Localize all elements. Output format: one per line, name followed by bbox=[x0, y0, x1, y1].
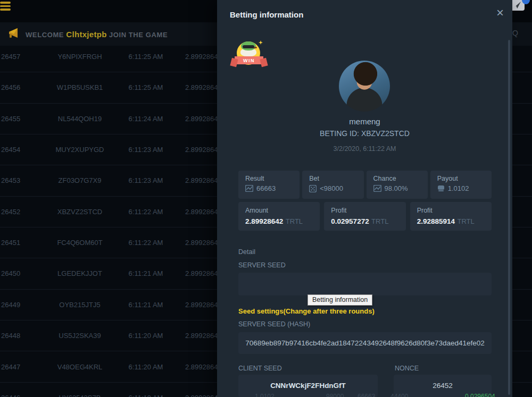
stat-label: Result bbox=[245, 175, 300, 182]
betting-information-modal: Betting information × WIN memeng BETING … bbox=[217, 0, 512, 397]
stat-label: Chance bbox=[373, 175, 428, 182]
username-cell: XBZVZ2STCD bbox=[45, 197, 114, 227]
amounts-row: Amount 2.89928642 TRTL Profit 0.02957272… bbox=[238, 202, 492, 231]
bet-id-cell: 26448 bbox=[1, 320, 20, 351]
amount-cell: 2.8992864 bbox=[185, 383, 218, 397]
stat-value: 1.0102 bbox=[448, 184, 469, 192]
username-cell: LGEDEKJJOT bbox=[45, 258, 114, 289]
amount-cell: 2.8992864 bbox=[185, 197, 218, 227]
amount-cell: 2.8992864 bbox=[185, 352, 218, 383]
time-cell: 6:11:22 AM bbox=[121, 227, 170, 258]
amount-label: Amount bbox=[245, 207, 320, 214]
server-seed-hash-field[interactable]: 70689eb897b97416cb4fe2ad18472243492648f9… bbox=[238, 332, 492, 354]
close-icon[interactable]: × bbox=[496, 6, 504, 19]
amount-value: 0.02957272 bbox=[331, 217, 369, 225]
time-cell: 6:11:23 AM bbox=[121, 134, 170, 165]
username-cell: MUY2XUPYGD bbox=[45, 134, 114, 165]
username-cell: FC4Q6OM60T bbox=[45, 227, 114, 258]
username-cell: NL544QOH19 bbox=[45, 104, 114, 134]
bet-id-cell: 26451 bbox=[1, 227, 20, 258]
modal-title: Betting information bbox=[230, 10, 303, 19]
chart-icon bbox=[245, 185, 253, 192]
amount-label: Profit bbox=[417, 207, 492, 214]
stat-value: 66663 bbox=[256, 184, 276, 192]
currency-label: TRTL bbox=[371, 217, 388, 225]
bet-id-cell: 26453 bbox=[1, 165, 20, 196]
bet-id-cell: 26455 bbox=[1, 104, 20, 134]
time-cell: 6:11:25 AM bbox=[121, 72, 170, 103]
currency-label: TRTL bbox=[286, 217, 303, 225]
modal-scrollbar[interactable] bbox=[508, 40, 510, 395]
frog-icon bbox=[241, 41, 256, 50]
chart-icon bbox=[373, 185, 381, 192]
coins-icon bbox=[437, 185, 445, 192]
username-cell: ZF03O7G7X9 bbox=[45, 165, 114, 196]
amount-cell: 2.8992864 bbox=[185, 134, 218, 165]
betting-id: BETING ID: XBZVZ2STCD bbox=[217, 129, 512, 138]
username-cell: US5J2SKA39 bbox=[45, 320, 114, 351]
username-cell: W1PB5USKB1 bbox=[45, 72, 114, 103]
sparkle-icon bbox=[259, 40, 263, 45]
bet-id-cell: 26446 bbox=[1, 383, 20, 397]
amount-cell: 2.8992864 bbox=[185, 227, 218, 258]
win-badge: WIN bbox=[233, 40, 265, 68]
bet-id-cell: 26447 bbox=[1, 352, 20, 383]
partial-value: 44400 bbox=[390, 393, 408, 397]
nonce-label: NONCE bbox=[395, 365, 419, 372]
avatar bbox=[339, 61, 390, 112]
bet-id-cell: 26457 bbox=[1, 41, 20, 72]
partial-value: 98000 bbox=[326, 393, 344, 397]
partial-value: 66663 bbox=[358, 393, 375, 397]
amount-cell: 2.8992864 bbox=[185, 165, 218, 196]
time-cell: 6:11:20 AM bbox=[121, 352, 170, 383]
stat-label: Bet bbox=[309, 175, 363, 182]
paper-plane-icon bbox=[513, 2, 521, 9]
amount-value: 2.92885914 bbox=[417, 217, 455, 225]
bet-id-cell: 26456 bbox=[1, 72, 20, 103]
time-cell: 6:11:21 AM bbox=[121, 290, 170, 320]
stat-label: Payout bbox=[437, 175, 492, 182]
amount-cell: 2.8992864 bbox=[185, 320, 218, 351]
server-seed-hash-label: SERVER SEED (HASH) bbox=[238, 320, 310, 328]
stat-chance: Chance 98.00% bbox=[367, 171, 428, 199]
partial-profit-value: 0.0296504 bbox=[465, 393, 495, 397]
time-cell: 6:11:22 AM bbox=[121, 197, 170, 227]
amount-box: Amount 2.89928642 TRTL bbox=[238, 202, 320, 231]
amount-cell: 2.8992864 bbox=[185, 258, 218, 289]
client-seed-label: CLIENT SEED bbox=[238, 365, 282, 372]
bet-id-cell: 26452 bbox=[1, 197, 20, 227]
time-cell: 6:11:24 AM bbox=[121, 104, 170, 134]
win-ribbon: WIN bbox=[235, 56, 263, 64]
stat-bet: Bet <98000 bbox=[302, 171, 363, 199]
currency-label: TRTL bbox=[457, 217, 474, 225]
faq-link-partial[interactable]: Q bbox=[512, 29, 518, 37]
bet-id-cell: 26450 bbox=[1, 258, 20, 289]
time-cell: 6:11:20 AM bbox=[121, 320, 170, 351]
bet-id-cell: 26454 bbox=[1, 134, 20, 165]
username-cell: V48OEG4KRL bbox=[45, 352, 114, 383]
time-cell: 6:11:21 AM bbox=[121, 258, 170, 289]
time-cell: 6:11:25 AM bbox=[121, 41, 170, 72]
app-screen: WELCOME Clhtxjetpb JOIN THE GAME 26457Y6… bbox=[0, 0, 532, 397]
profit-box: Profit 0.02957272 TRTL bbox=[324, 202, 405, 231]
dice-icon bbox=[309, 185, 317, 192]
username-cell: UY63543S7B bbox=[45, 383, 114, 397]
server-seed-label: SERVER SEED bbox=[238, 261, 286, 269]
time-cell: 6:11:23 AM bbox=[121, 165, 170, 196]
amount-cell: 2.8992864 bbox=[185, 104, 218, 134]
time-cell: 6:11:19 AM bbox=[121, 383, 170, 397]
amount-cell: 2.8992864 bbox=[185, 290, 218, 320]
stat-value: <98000 bbox=[320, 184, 343, 192]
stat-value: 98.00% bbox=[385, 184, 408, 192]
stats-row: Result 66663 Bet <98000 Chance 98.00% Pa… bbox=[238, 171, 492, 199]
profit-total-box: Profit 2.92885914 TRTL bbox=[410, 202, 492, 231]
detail-label: Detail bbox=[238, 248, 255, 256]
server-seed-field[interactable] bbox=[238, 273, 492, 295]
bet-datetime: 3/2/2020, 6:11:22 AM bbox=[217, 145, 512, 153]
player-name: memeng bbox=[217, 117, 512, 126]
amount-cell: 2.8992864 bbox=[185, 41, 218, 72]
amount-cell: 2.8992864 bbox=[185, 72, 218, 103]
username-cell: OYB215JTJ5 bbox=[45, 290, 114, 320]
bet-id-cell: 26449 bbox=[1, 290, 20, 320]
stat-result: Result 66663 bbox=[238, 171, 300, 199]
